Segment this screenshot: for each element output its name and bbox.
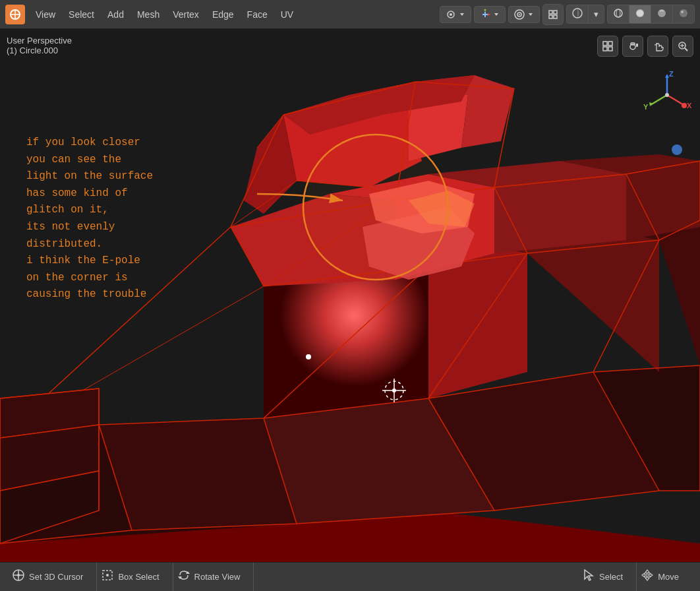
rotate-view-icon bbox=[177, 569, 190, 585]
svg-point-120 bbox=[665, 93, 669, 97]
svg-rect-16 bbox=[554, 15, 557, 18]
rendered-btn[interactable] bbox=[673, 5, 694, 23]
viewport-toolbar: ▾ bbox=[440, 4, 695, 25]
box-select-label: Box Select bbox=[118, 572, 159, 582]
svg-rect-101 bbox=[608, 47, 612, 51]
menu-select[interactable]: Select bbox=[63, 7, 100, 22]
menu-uv[interactable]: UV bbox=[276, 7, 299, 22]
grid-view-btn[interactable] bbox=[597, 36, 618, 57]
svg-line-117 bbox=[651, 95, 667, 105]
svg-rect-13 bbox=[549, 11, 552, 14]
camera-view-btn[interactable] bbox=[622, 36, 643, 57]
viewport-controls bbox=[597, 36, 693, 57]
select-item[interactable]: Select bbox=[578, 563, 637, 591]
svg-point-124 bbox=[17, 574, 20, 576]
svg-rect-104 bbox=[636, 44, 638, 47]
svg-line-108 bbox=[685, 48, 687, 51]
svg-point-18 bbox=[614, 9, 622, 17]
proportional-edit-btn[interactable] bbox=[508, 6, 540, 23]
set-3d-cursor-label: Set 3D Cursor bbox=[29, 572, 83, 582]
svg-rect-14 bbox=[554, 11, 557, 14]
cursor-icon bbox=[12, 569, 25, 585]
bottom-status-bar: Set 3D Cursor Box Select Rotate View bbox=[0, 562, 700, 591]
overlay-btn[interactable] bbox=[567, 5, 589, 23]
zoom-circle bbox=[303, 135, 448, 280]
svg-point-22 bbox=[680, 9, 687, 17]
solid-btn[interactable] bbox=[629, 5, 651, 23]
svg-point-126 bbox=[106, 574, 109, 576]
axis-gizmo[interactable]: Z X Y bbox=[641, 69, 693, 121]
select-icon bbox=[582, 569, 595, 585]
svg-text:X: X bbox=[687, 102, 692, 109]
menu-edge[interactable]: Edge bbox=[207, 7, 239, 22]
svg-marker-37 bbox=[99, 418, 297, 530]
svg-marker-129 bbox=[642, 570, 653, 580]
svg-point-4 bbox=[450, 13, 452, 16]
overlay-group: ▾ bbox=[566, 5, 604, 24]
view-mode-btn[interactable] bbox=[440, 6, 471, 23]
svg-marker-6 bbox=[488, 13, 490, 16]
rotate-view-label: Rotate View bbox=[194, 572, 241, 582]
snap-btn[interactable] bbox=[542, 4, 564, 25]
shading-group bbox=[607, 5, 695, 24]
svg-marker-5 bbox=[460, 13, 464, 16]
object-indicator bbox=[672, 144, 682, 155]
move-label: Move bbox=[658, 572, 679, 582]
svg-point-97 bbox=[306, 354, 311, 359]
svg-text:Z: Z bbox=[669, 70, 674, 78]
svg-line-114 bbox=[667, 95, 684, 105]
svg-marker-7 bbox=[484, 9, 486, 12]
svg-rect-100 bbox=[603, 47, 607, 51]
top-menu-bar: View Select Add Mesh Vertex Edge Face UV bbox=[0, 0, 700, 29]
svg-rect-99 bbox=[608, 42, 612, 46]
menu-add[interactable]: Add bbox=[102, 7, 129, 22]
viewport-3d[interactable]: User Perspective (1) Circle.000 if you l… bbox=[0, 29, 700, 562]
search-view-btn[interactable] bbox=[672, 36, 693, 57]
box-select-icon bbox=[101, 569, 114, 585]
select-label: Select bbox=[599, 572, 623, 582]
svg-rect-15 bbox=[549, 15, 552, 18]
set-3d-cursor-item[interactable]: Set 3D Cursor bbox=[8, 563, 97, 591]
svg-point-11 bbox=[519, 14, 520, 15]
svg-point-115 bbox=[682, 103, 687, 108]
svg-marker-12 bbox=[529, 13, 533, 16]
svg-rect-98 bbox=[603, 42, 607, 46]
rotate-view-item[interactable]: Rotate View bbox=[173, 563, 254, 591]
menu-mesh[interactable]: Mesh bbox=[132, 7, 165, 22]
transform-btn[interactable] bbox=[474, 6, 506, 23]
svg-point-19 bbox=[616, 9, 620, 17]
svg-marker-8 bbox=[494, 13, 498, 16]
app-icon[interactable] bbox=[5, 5, 25, 24]
move-item[interactable]: Move bbox=[637, 563, 692, 591]
svg-text:Y: Y bbox=[643, 103, 649, 111]
svg-point-23 bbox=[681, 11, 684, 13]
wireframe-btn[interactable] bbox=[608, 5, 629, 23]
move-icon bbox=[641, 569, 654, 585]
overlay-dropdown-btn[interactable]: ▾ bbox=[589, 7, 604, 22]
material-btn[interactable] bbox=[651, 5, 673, 23]
menu-face[interactable]: Face bbox=[242, 7, 273, 22]
hand-tool-btn[interactable] bbox=[647, 36, 668, 57]
menu-vertex[interactable]: Vertex bbox=[167, 7, 204, 22]
box-select-item[interactable]: Box Select bbox=[97, 563, 173, 591]
mesh-svg bbox=[0, 29, 700, 562]
menu-view[interactable]: View bbox=[30, 7, 61, 22]
